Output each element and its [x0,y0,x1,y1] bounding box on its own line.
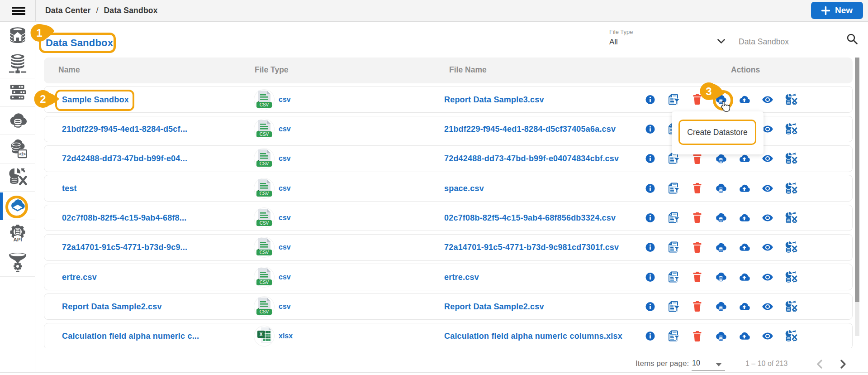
svg-text:3: 3 [706,85,711,97]
svg-text:CSV: CSV [260,132,269,137]
svg-text:X: X [260,332,263,337]
svg-text:API: API [13,237,22,242]
svg-text:CSV: CSV [260,250,269,255]
svg-text:CSV: CSV [260,191,269,196]
svg-text:CSV: CSV [260,102,269,107]
svg-text:CSV: CSV [260,280,269,285]
svg-text:2: 2 [40,93,46,105]
svg-text:</>: </> [19,151,26,156]
svg-text:CSV: CSV [260,161,269,166]
svg-text:1: 1 [36,27,42,39]
svg-text:CSV: CSV [260,309,269,314]
svg-text:CSV: CSV [260,221,269,226]
